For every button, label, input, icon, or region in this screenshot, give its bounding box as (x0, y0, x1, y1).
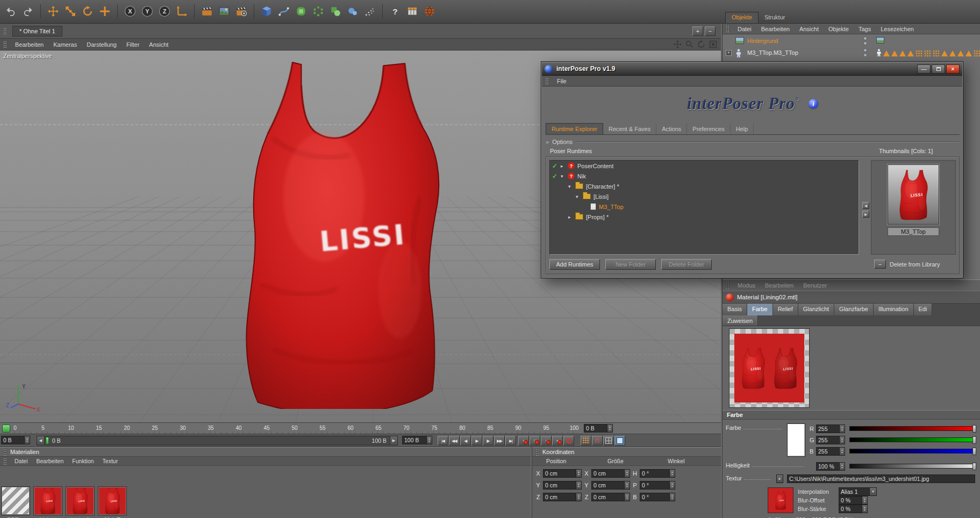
runtime-check-icon[interactable]: ✓ (552, 162, 561, 170)
boole-icon[interactable] (327, 3, 344, 20)
solo-icon[interactable] (614, 436, 625, 445)
menu-file[interactable]: File (557, 78, 567, 84)
grip-icon[interactable] (726, 282, 729, 289)
texture-tag-icon[interactable] (965, 51, 972, 56)
window-titlebar[interactable]: interPoser Pro v1.9 —× (542, 62, 962, 76)
menu-benutzer[interactable]: Benutzer (803, 282, 827, 289)
channel-b-field[interactable]: 255▴▾ (816, 447, 845, 456)
brightness-field[interactable]: 100 %▴▾ (816, 462, 845, 471)
stepper-icon[interactable]: ▴▾ (25, 436, 30, 444)
cube-icon[interactable] (258, 3, 275, 20)
channel-r-field[interactable]: 255▴▾ (816, 425, 845, 433)
stepper-icon[interactable]: ▴▾ (862, 505, 868, 513)
tab-actions[interactable]: Actions (656, 124, 687, 134)
menu-kameras[interactable]: Kameras (53, 41, 77, 48)
current-frame-marker[interactable] (2, 425, 10, 433)
visibility-dot-bottom[interactable] (863, 53, 867, 57)
tab-help[interactable]: Help (731, 124, 754, 134)
stepper-icon[interactable]: ▴▾ (670, 481, 675, 490)
menu-tags[interactable]: Tags (859, 26, 871, 32)
timeline-ruler[interactable]: 0510152025303540455055606570758085909510… (0, 422, 721, 434)
zoom-icon[interactable] (685, 40, 694, 50)
texture-tag-icon[interactable] (891, 51, 898, 56)
grip-icon[interactable] (545, 77, 549, 84)
delete-folder-button[interactable]: Delete Folder (661, 259, 712, 270)
snap-icon[interactable] (581, 436, 591, 445)
menu-funktion[interactable]: Funktion (72, 458, 94, 464)
texture-tag-icon[interactable] (949, 51, 956, 56)
channel-r-slider[interactable] (849, 426, 976, 431)
new-folder-button[interactable]: New Folder (605, 259, 656, 270)
orbit-icon[interactable] (697, 40, 706, 50)
menu-bearbeiten[interactable]: Bearbeiten (37, 458, 64, 464)
thumbnail-caption[interactable]: M3_TTop (888, 227, 939, 236)
hypernurbs-icon[interactable] (292, 3, 310, 20)
material-thumbnail[interactable] (1, 486, 30, 515)
grip-icon[interactable] (535, 449, 539, 456)
tree-item[interactable]: ✓ ▾ ? Nik (550, 171, 859, 181)
uv-tag-icon[interactable] (924, 50, 931, 57)
y-lock-icon[interactable]: Y (139, 3, 156, 20)
position-y-field[interactable]: 0 cm▴▾ (543, 481, 582, 490)
stepper-icon[interactable]: ▴▾ (607, 424, 613, 433)
size-x-field[interactable]: 0 cm▴▾ (591, 469, 630, 478)
stepper-icon[interactable]: ▴▾ (840, 425, 845, 433)
pan-icon[interactable] (673, 40, 682, 50)
x-lock-icon[interactable]: X (121, 3, 139, 20)
prev-frame-icon[interactable]: ◀ (460, 436, 471, 445)
position-x-field[interactable]: 0 cm▴▾ (543, 469, 582, 478)
grid-icon[interactable] (603, 436, 614, 445)
range-right-icon[interactable]: ▶ (390, 436, 397, 445)
render-settings-icon[interactable] (233, 3, 250, 20)
grip-icon[interactable] (3, 458, 7, 465)
texture-tag-icon[interactable] (941, 51, 948, 56)
record-parameter-icon[interactable]: ≡ (552, 436, 563, 445)
expander-icon[interactable]: ▾ (576, 194, 583, 199)
menu-lesezeichen[interactable]: Lesezeichen (881, 26, 914, 32)
stepper-icon[interactable]: ▴▾ (576, 493, 582, 501)
render-view-icon[interactable] (198, 3, 216, 20)
size-z-field[interactable]: 0 cm▴▾ (591, 493, 630, 501)
grip-icon[interactable] (3, 449, 7, 456)
tab-glanzfarbe[interactable]: Glanzfarbe (834, 304, 874, 315)
record-position-icon[interactable]: + (518, 436, 529, 445)
visibility-dot-top[interactable] (863, 37, 867, 40)
browser-icon[interactable] (421, 3, 438, 20)
splitter-right-icon[interactable]: ▶ (862, 211, 869, 218)
object-row[interactable]: Hintergrund (723, 35, 980, 47)
channel-g-field[interactable]: 255▴▾ (816, 436, 845, 444)
stepper-icon[interactable]: ▴▾ (625, 493, 630, 501)
options-expander-icon[interactable]: » (546, 139, 549, 145)
splitter-left-icon[interactable]: ◀ (862, 202, 869, 209)
texture-tag-icon[interactable] (899, 51, 906, 56)
texture-thumbnail[interactable] (768, 487, 793, 513)
stepper-icon[interactable]: ▴▾ (670, 469, 675, 478)
timeline-range-slider[interactable]: ◀ 0 B 100 B ▶ (37, 436, 398, 445)
material-item[interactable]: Lining0 (66, 486, 95, 518)
stepper-icon[interactable]: ▴▾ (840, 447, 845, 456)
texture-path-field[interactable]: C:\Users\Nik\Runtime\textures\lissi\m3_u… (787, 474, 975, 483)
menu-datei[interactable]: Datei (738, 26, 752, 32)
tab-zuweisen[interactable]: Zuweisen (723, 315, 758, 326)
menu-filter[interactable]: Filter (126, 41, 139, 48)
array-icon[interactable] (310, 3, 327, 20)
texture-tag-icon[interactable] (883, 51, 890, 56)
grip-icon[interactable] (3, 41, 7, 48)
spline-icon[interactable] (275, 3, 292, 20)
uv-tag-icon[interactable] (933, 50, 940, 57)
maximize-icon[interactable] (709, 40, 718, 50)
document-tab[interactable]: * Ohne Titel 1 (12, 26, 62, 37)
tab-illumination[interactable]: Illumination (874, 304, 914, 315)
move-tool-icon[interactable] (45, 3, 62, 20)
delete-from-library-button[interactable]: − (874, 260, 886, 269)
tree-item[interactable]: ✓ ▸ ? PoserContent (550, 161, 859, 171)
record-scale-icon[interactable]: □ (530, 436, 540, 445)
brightness-slider[interactable] (849, 464, 976, 469)
current-frame-field[interactable]: 0 B▴▾ (1, 436, 30, 444)
material-preview[interactable] (729, 328, 810, 408)
object-label[interactable]: Hintergrund (747, 38, 778, 44)
undo-icon[interactable] (2, 3, 19, 20)
material-thumbnail[interactable] (66, 486, 95, 515)
stepper-icon[interactable]: ▴▾ (576, 481, 582, 490)
interposer-window[interactable]: interPoser Pro v1.9 —× File interPoser P… (541, 61, 963, 278)
